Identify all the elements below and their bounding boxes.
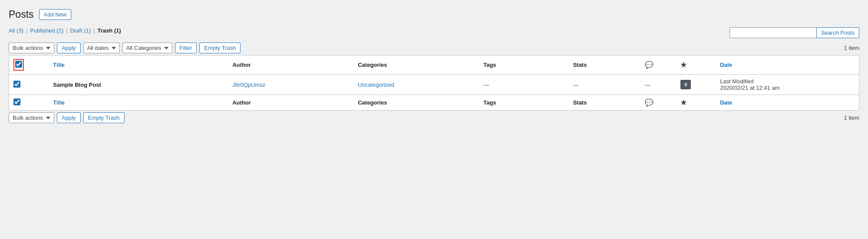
col-header-title[interactable]: Title: [49, 56, 228, 75]
search-posts-button[interactable]: Search Posts: [816, 27, 859, 38]
select-all-footer: [9, 95, 49, 111]
row-tags-cell: —: [479, 75, 568, 95]
footer-sort-title-link[interactable]: Title: [53, 99, 65, 106]
row-date-cell: Last Modified 2020/02/21 at 12:41 am: [716, 75, 859, 95]
stats-value: —: [573, 82, 579, 88]
sort-date-link[interactable]: Date: [720, 62, 732, 68]
filter-trash-active: Trash (1): [97, 27, 121, 34]
footer-col-comments: 💬: [640, 95, 677, 111]
table-footer-row: Title Author Categories Tags Stats 💬 ★ D…: [9, 95, 859, 111]
filter-all[interactable]: All (3): [9, 27, 23, 34]
author-link[interactable]: J6r0QpUmsz: [232, 82, 265, 88]
col-header-categories: Categories: [353, 56, 479, 75]
select-all-checkbox-wrapper: [13, 59, 24, 71]
empty-trash-button-top[interactable]: Empty Trash: [199, 43, 241, 53]
col-header-date[interactable]: Date: [716, 56, 859, 75]
comments-value: —: [645, 82, 650, 88]
row-categories-cell: Uncategorized: [353, 75, 479, 95]
row-stars-cell: 0: [676, 75, 716, 95]
select-all-checkbox[interactable]: [15, 61, 22, 68]
row-author-cell: J6r0QpUmsz: [228, 75, 353, 95]
col-header-tags: Tags: [479, 56, 568, 75]
apply-button-bottom[interactable]: Apply: [57, 112, 81, 123]
row-stats-cell: —: [569, 75, 640, 95]
footer-col-title[interactable]: Title: [49, 95, 228, 111]
post-title-link[interactable]: Sample Blog Post: [53, 82, 101, 88]
bottom-tablenav: Bulk actions Apply Empty Trash 1 item: [9, 112, 859, 123]
footer-sort-date-link[interactable]: Date: [720, 99, 732, 106]
col-header-comments: 💬: [640, 56, 677, 75]
star-icon: ★: [680, 61, 686, 69]
row-title-cell: Sample Blog Post: [49, 75, 228, 95]
col-header-stats: Stats: [569, 56, 640, 75]
posts-table: Title Author Categories Tags Stats 💬 ★ D…: [9, 55, 859, 111]
table-header-row: Title Author Categories Tags Stats 💬 ★ D…: [9, 56, 859, 75]
footer-select-all-checkbox[interactable]: [13, 98, 20, 105]
tags-value: —: [483, 82, 489, 88]
search-input[interactable]: [729, 27, 816, 38]
all-dates-select[interactable]: All dates: [83, 43, 120, 53]
sort-title-link[interactable]: Title: [53, 62, 65, 68]
select-all-header: [9, 56, 49, 75]
footer-col-stars: ★: [676, 95, 716, 111]
row-checkbox-cell: [9, 75, 49, 95]
empty-trash-button-bottom[interactable]: Empty Trash: [83, 112, 125, 123]
date-label: Last Modified: [720, 78, 753, 85]
stars-badge: 0: [680, 80, 691, 89]
items-count-top: 1 item: [844, 45, 859, 51]
row-checkbox[interactable]: [13, 81, 20, 88]
date-value: 2020/02/21 at 12:41 am: [720, 85, 779, 91]
status-filter-nav: All (3) | Published (2) | Draft (1) | Tr…: [9, 27, 121, 34]
bulk-actions-select-bottom[interactable]: Bulk actions: [9, 112, 54, 123]
col-header-author: Author: [228, 56, 353, 75]
footer-col-author: Author: [228, 95, 353, 111]
footer-star-icon: ★: [680, 99, 686, 106]
bulk-actions-select-top[interactable]: Bulk actions: [9, 43, 54, 53]
footer-col-date[interactable]: Date: [716, 95, 859, 111]
footer-col-tags: Tags: [479, 95, 568, 111]
search-area: Search Posts: [729, 27, 859, 38]
filter-published[interactable]: Published (2): [30, 27, 63, 34]
top-tablenav: Bulk actions Apply All dates All Categor…: [9, 43, 859, 53]
page-title: Posts: [9, 9, 34, 20]
category-link[interactable]: Uncategorized: [358, 82, 394, 88]
apply-button-top[interactable]: Apply: [57, 43, 81, 53]
row-comments-cell: —: [640, 75, 677, 95]
items-count-bottom: 1 item: [844, 115, 859, 121]
footer-col-categories: Categories: [353, 95, 479, 111]
footer-col-stats: Stats: [569, 95, 640, 111]
table-row: Sample Blog Post J6r0QpUmsz Uncategorize…: [9, 75, 859, 95]
filter-draft[interactable]: Draft (1): [70, 27, 91, 34]
comment-icon: 💬: [645, 61, 653, 69]
footer-comment-icon: 💬: [645, 99, 653, 106]
col-header-stars: ★: [676, 56, 716, 75]
add-new-button[interactable]: Add New: [39, 9, 72, 20]
filter-button[interactable]: Filter: [175, 43, 197, 53]
all-categories-select[interactable]: All Categories: [122, 43, 172, 53]
